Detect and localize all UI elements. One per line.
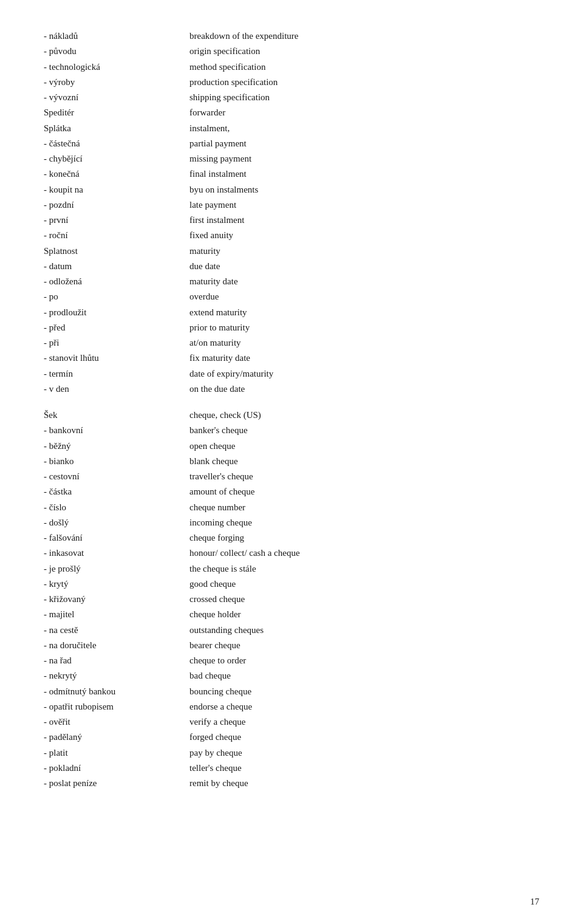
english-term: partial payment <box>189 137 539 151</box>
entry-row: - stanovit lhůtufix maturity date <box>44 351 539 365</box>
english-term: at/on maturity <box>189 336 539 350</box>
entry-row: - opatřit rubopisemendorse a cheque <box>44 700 539 714</box>
english-term: incoming cheque <box>189 516 539 530</box>
entry-row: - cestovnítraveller's cheque <box>44 470 539 484</box>
czech-term: - technologická <box>44 60 189 74</box>
entry-row: - prodloužitextend maturity <box>44 306 539 320</box>
english-term: on the due date <box>189 382 539 396</box>
czech-term: Speditér <box>44 106 189 120</box>
english-term: breakdown of the expenditure <box>189 29 539 43</box>
czech-term: - poslat peníze <box>44 776 189 790</box>
czech-term: - koupit na <box>44 183 189 197</box>
english-term: cheque number <box>189 501 539 515</box>
czech-term: - původu <box>44 44 189 58</box>
czech-term: - krytý <box>44 577 189 591</box>
czech-term: - na řad <box>44 654 189 668</box>
czech-term: - v den <box>44 382 189 396</box>
english-term: overdue <box>189 290 539 304</box>
entry-row: - běžnýopen cheque <box>44 439 539 453</box>
entry-row: - číslocheque number <box>44 501 539 515</box>
entry-row: - v denon the due date <box>44 382 539 396</box>
czech-term: - vývozní <box>44 91 189 104</box>
czech-term: - ověřit <box>44 715 189 729</box>
czech-term: - výroby <box>44 75 189 89</box>
czech-term: - cestovní <box>44 470 189 484</box>
entry-row: - částkaamount of cheque <box>44 485 539 499</box>
english-term: honour/ collect/ cash a cheque <box>189 546 539 560</box>
english-term: cheque forging <box>189 531 539 545</box>
czech-term: - je prošlý <box>44 562 189 576</box>
entry-row: - koupit nabyu on instalments <box>44 183 539 197</box>
entry-row: - pooverdue <box>44 290 539 304</box>
english-term: the cheque is stále <box>189 562 539 576</box>
entry-row: - konečnáfinal instalment <box>44 167 539 181</box>
czech-term: - opatřit rubopisem <box>44 700 189 714</box>
entry-row: - na řadcheque to order <box>44 654 539 668</box>
english-term: amount of cheque <box>189 485 539 499</box>
entry-row: Splatnostmaturity <box>44 244 539 258</box>
entry-row: - falšovánícheque forging <box>44 531 539 545</box>
page: - nákladůbreakdown of the expenditure- p… <box>0 0 583 924</box>
english-term: maturity date <box>189 275 539 289</box>
english-term: first instalment <box>189 213 539 227</box>
czech-term: - inkasovat <box>44 546 189 560</box>
english-term: endorse a cheque <box>189 700 539 714</box>
english-term: shipping specification <box>189 91 539 104</box>
page-number: 17 <box>530 897 539 907</box>
entry-row: - datumdue date <box>44 259 539 273</box>
entry-row: - technologickámethod specification <box>44 60 539 74</box>
english-term: date of expiry/maturity <box>189 367 539 381</box>
entry-row: - krytýgood cheque <box>44 577 539 591</box>
english-term: production specification <box>189 75 539 89</box>
entry-row: - předprior to maturity <box>44 321 539 335</box>
entry-row: - vývozníshipping specification <box>44 91 539 104</box>
entry-row: - přiat/on maturity <box>44 336 539 350</box>
czech-term: - roční <box>44 228 189 242</box>
czech-term: - částka <box>44 485 189 499</box>
entry-row: - původuorigin specification <box>44 44 539 58</box>
czech-term: - při <box>44 336 189 350</box>
entry-row: - nekrytýbad cheque <box>44 669 539 683</box>
czech-term: - falšování <box>44 531 189 545</box>
czech-term: Šek <box>44 408 189 422</box>
czech-term: - došlý <box>44 516 189 530</box>
czech-term: - datum <box>44 259 189 273</box>
entry-row: Splátkainstalment, <box>44 121 539 135</box>
entry-row: - biankoblank cheque <box>44 454 539 468</box>
entry-row: - odmítnutý bankoubouncing cheque <box>44 685 539 699</box>
english-term: traveller's cheque <box>189 470 539 484</box>
english-term: instalment, <box>189 121 539 135</box>
english-term: method specification <box>189 60 539 74</box>
czech-term: - majitel <box>44 607 189 621</box>
entry-row: - ověřitverify a cheque <box>44 715 539 729</box>
czech-term: - odložená <box>44 275 189 289</box>
czech-term: - bankovní <box>44 423 189 437</box>
english-term: teller's cheque <box>189 761 539 775</box>
entry-row: - platitpay by cheque <box>44 746 539 760</box>
entry-row: - na doručitelebearer cheque <box>44 638 539 652</box>
english-term: outstanding cheques <box>189 623 539 637</box>
czech-term: - chybějící <box>44 152 189 166</box>
english-term: extend maturity <box>189 306 539 320</box>
czech-term: - na cestě <box>44 623 189 637</box>
czech-term: - pozdní <box>44 198 189 212</box>
english-term: cheque holder <box>189 607 539 621</box>
czech-term: - nekrytý <box>44 669 189 683</box>
english-term: blank cheque <box>189 454 539 468</box>
english-term: prior to maturity <box>189 321 539 335</box>
english-term: origin specification <box>189 44 539 58</box>
czech-term: - prodloužit <box>44 306 189 320</box>
english-term: fixed anuity <box>189 228 539 242</box>
blank-row <box>44 397 539 408</box>
english-term: open cheque <box>189 439 539 453</box>
czech-term: - křižovaný <box>44 592 189 606</box>
czech-term: - číslo <box>44 501 189 515</box>
entry-row: - ročnífixed anuity <box>44 228 539 242</box>
czech-term: - odmítnutý bankou <box>44 685 189 699</box>
czech-term: - částečná <box>44 137 189 151</box>
czech-term: - termín <box>44 367 189 381</box>
english-term: banker's cheque <box>189 423 539 437</box>
entry-row: - bankovníbanker's cheque <box>44 423 539 437</box>
english-term: forwarder <box>189 106 539 120</box>
english-term: bearer cheque <box>189 638 539 652</box>
